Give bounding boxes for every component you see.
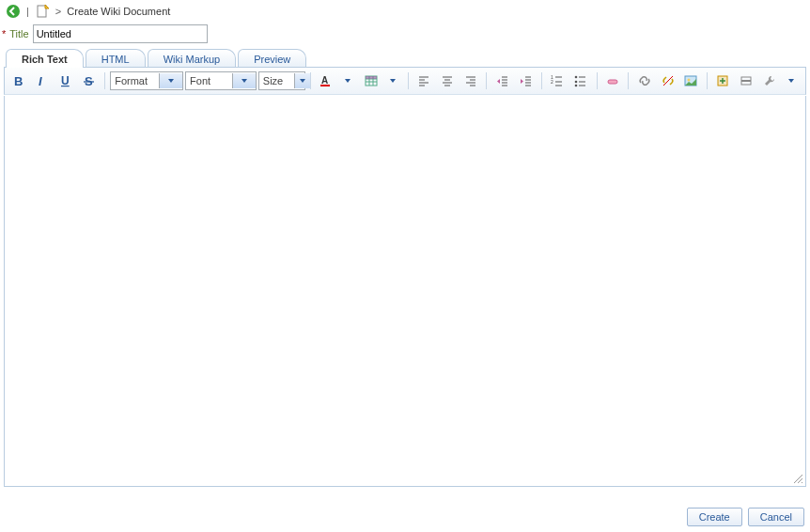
- text-color-button[interactable]: A: [316, 70, 337, 91]
- divider: [541, 72, 542, 89]
- svg-marker-2: [45, 5, 49, 8]
- align-left-button[interactable]: [413, 70, 435, 91]
- tab-wiki-markup[interactable]: Wiki Markup: [148, 49, 237, 68]
- tab-preview[interactable]: Preview: [238, 49, 306, 68]
- editor-content-area[interactable]: [4, 96, 806, 487]
- ordered-list-button[interactable]: 12: [547, 70, 569, 91]
- table-button[interactable]: [360, 70, 382, 91]
- back-icon[interactable]: [6, 4, 21, 19]
- size-select[interactable]: Size: [258, 71, 305, 90]
- format-select-label: Format: [111, 75, 151, 86]
- tools-dropdown[interactable]: [780, 70, 802, 91]
- italic-button[interactable]: I: [32, 70, 54, 91]
- tab-rich-text[interactable]: Rich Text: [6, 49, 84, 68]
- svg-point-41: [575, 76, 578, 79]
- outdent-button[interactable]: [491, 70, 513, 91]
- new-document-icon[interactable]: [35, 4, 50, 19]
- size-select-label: Size: [259, 75, 287, 86]
- dropdown-icon: [159, 73, 182, 88]
- tab-html[interactable]: HTML: [86, 49, 146, 68]
- create-button[interactable]: Create: [687, 508, 742, 526]
- dropdown-icon: [294, 73, 310, 88]
- unlink-button[interactable]: [657, 70, 678, 91]
- divider: [408, 72, 409, 89]
- horizontal-rule-button[interactable]: [736, 70, 757, 91]
- divider: |: [26, 6, 29, 17]
- svg-point-42: [575, 81, 578, 84]
- title-input[interactable]: [33, 24, 208, 43]
- svg-text:B: B: [14, 74, 23, 87]
- image-button[interactable]: [680, 70, 702, 91]
- svg-point-50: [688, 79, 691, 82]
- divider: [310, 72, 311, 89]
- insert-component-button[interactable]: [712, 70, 734, 91]
- indent-button[interactable]: [515, 70, 537, 91]
- svg-line-56: [802, 482, 802, 483]
- page-title: Create Wiki Document: [67, 6, 170, 17]
- svg-rect-15: [366, 76, 377, 79]
- required-marker: *: [2, 28, 6, 39]
- strikethrough-button[interactable]: S: [78, 70, 100, 91]
- svg-point-0: [7, 5, 20, 18]
- cancel-button[interactable]: Cancel: [748, 508, 804, 526]
- table-dropdown[interactable]: [382, 70, 403, 91]
- link-button[interactable]: [633, 70, 655, 91]
- svg-text:S: S: [85, 74, 93, 87]
- font-select[interactable]: Font: [185, 71, 257, 90]
- align-right-button[interactable]: [460, 70, 482, 91]
- format-select[interactable]: Format: [110, 71, 183, 90]
- align-center-button[interactable]: [437, 70, 459, 91]
- svg-text:I: I: [39, 74, 42, 87]
- editor-toolbar: B I U S Format Font Size A 12: [4, 67, 806, 95]
- underline-button[interactable]: U: [55, 70, 77, 91]
- dropdown-icon: [232, 73, 256, 88]
- divider: [486, 72, 487, 89]
- svg-text:U: U: [61, 74, 70, 87]
- divider: [597, 72, 598, 89]
- gt-separator: >: [55, 6, 61, 17]
- divider: [628, 72, 629, 89]
- text-color-dropdown[interactable]: [337, 70, 359, 91]
- remove-format-button[interactable]: [602, 70, 624, 91]
- svg-line-54: [794, 475, 802, 483]
- svg-rect-47: [608, 80, 617, 84]
- resize-handle-icon[interactable]: [792, 473, 803, 484]
- font-select-label: Font: [186, 75, 214, 86]
- svg-rect-9: [320, 85, 330, 86]
- tools-button[interactable]: [758, 70, 780, 91]
- svg-point-43: [575, 85, 578, 87]
- unordered-list-button[interactable]: [570, 70, 592, 91]
- svg-text:A: A: [321, 75, 328, 86]
- svg-text:2: 2: [551, 79, 553, 85]
- divider: [707, 72, 708, 89]
- divider: [104, 72, 105, 89]
- editor-tabs: Rich Text HTML Wiki Markup Preview: [0, 49, 810, 68]
- bold-button[interactable]: B: [8, 70, 30, 91]
- title-label: Title: [9, 28, 28, 39]
